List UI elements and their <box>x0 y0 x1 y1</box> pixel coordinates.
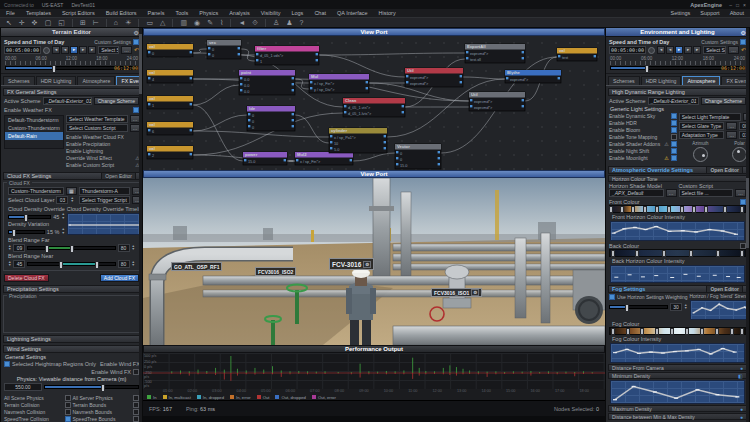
transport-button-0[interactable]: ◂ <box>657 46 665 54</box>
horizon-colour-tone-bar[interactable]: Horizon Colour Tone <box>608 175 747 182</box>
gradient-stop-handle[interactable] <box>704 206 708 213</box>
distance-from-camera-bar[interactable]: Distance From Camera● <box>608 364 747 371</box>
gradient-stop-handle[interactable] <box>626 328 630 335</box>
gradient-stop-handle[interactable] <box>730 328 734 335</box>
add-cloud-fx-button[interactable]: Add Cloud FX <box>100 274 139 282</box>
min-max-density-bar[interactable]: Distance between Min & Max Density● <box>608 413 747 420</box>
align-icon[interactable]: ⊢ <box>93 18 99 27</box>
scene-label-fcv3016-iso2[interactable]: FCV3016_ISO2 <box>255 267 296 276</box>
gradient-stop-handle[interactable] <box>740 328 744 335</box>
weather-template-dropdown[interactable]: Select Weather Template <box>66 115 128 123</box>
menu-item-panels[interactable]: Panels <box>148 10 165 16</box>
density-variation-slider[interactable] <box>8 230 45 234</box>
more-button[interactable]: … <box>121 46 132 54</box>
menu-item-history[interactable]: History <box>379 10 396 16</box>
back-intensity-graph[interactable] <box>610 265 745 283</box>
select-script-dropdown[interactable]: Select Script <box>703 46 726 54</box>
legend-item-in[interactable]: In <box>147 395 157 400</box>
legend-item-out-error[interactable]: Out, error <box>312 395 336 400</box>
blend-far-min-field[interactable]: 09 <box>13 244 25 252</box>
atmo-custom-script-field[interactable]: Select file ... <box>679 189 734 197</box>
thunderstorm-dropdown[interactable]: Thunderstorm-A <box>79 187 130 195</box>
maximum-density-bar[interactable]: Maximum Density● <box>608 405 747 412</box>
blend-far-stepper-left[interactable]: ▲▼ <box>8 245 11 252</box>
open-editor-button[interactable]: Open Editor <box>706 166 743 174</box>
trigger-script-dropdown[interactable]: Select Trigger Script <box>79 196 130 204</box>
graph-node-point[interactable]: point0.00.00.0 <box>239 70 295 95</box>
blend-near-min-field[interactable]: 45 <box>13 260 25 268</box>
graph-node-clean[interactable]: Cleand_05_1.vts*>d_05_1.lvts*> <box>343 98 405 117</box>
gradient-stop-handle[interactable] <box>655 328 659 335</box>
weather-preset-custom-thunderstorm[interactable]: Custom-Thunderstorm <box>5 124 63 132</box>
graph-node-mul[interactable]: Mulx / sp_Fin*>y / sp_Div*> <box>309 74 369 93</box>
density-override-slider[interactable] <box>8 215 51 219</box>
tab-schemes[interactable]: Schemes <box>3 76 35 85</box>
tab-atmosphere[interactable]: Atmosphere <box>682 76 720 85</box>
transport-button-0[interactable]: ◂ <box>52 46 60 54</box>
weighting-slider[interactable] <box>609 305 668 309</box>
scene-3d-canvas[interactable]: GO_ATL_OSP_RF1FCV3016_ISO2FCV-3016⚙FCV30… <box>143 178 605 345</box>
physics-distance-slider[interactable] <box>44 385 139 389</box>
shade-model-browse[interactable]: … <box>666 189 677 197</box>
active-scheme-field[interactable]: _Default-Exterior_01 <box>43 97 92 105</box>
heightmap-regions-checkbox[interactable] <box>4 361 10 367</box>
minimum-density-bar[interactable]: Minimum Density◧ <box>608 372 747 379</box>
back-colour-gradient[interactable] <box>609 249 746 257</box>
graph-node-filter[interactable]: filterd_05_1.vds*>1 <box>255 46 319 65</box>
gradient-stop-handle[interactable] <box>635 250 639 257</box>
gradient-stop-handle[interactable] <box>670 328 674 335</box>
graph-node-cylinder[interactable]: cylinderx / sp_Po1*>105.0 <box>329 128 387 153</box>
physics-distance-field[interactable]: 550.00 <box>4 383 42 391</box>
time-value-field[interactable]: 00:05:00:00 <box>609 46 646 54</box>
blend-far-max-field[interactable]: 80 <box>118 244 130 252</box>
checkbox[interactable] <box>65 402 71 408</box>
tab-schemes[interactable]: Schemes <box>608 76 640 85</box>
front-intensity-graph[interactable] <box>610 221 745 241</box>
gradient-stop-handle[interactable] <box>685 328 689 335</box>
gradient-stop-handle[interactable] <box>655 206 659 213</box>
graph-node-val[interactable]: val6 <box>147 122 193 135</box>
azimuth-dial[interactable] <box>693 147 708 162</box>
graph-node-mul2[interactable]: Mul2x / sp_Fin*> <box>295 152 353 165</box>
move-icon[interactable]: ✛ <box>19 18 25 27</box>
graph-node-util[interactable]: Utilexprcmd*>exprcmd*> <box>469 92 525 111</box>
transport-button-4[interactable]: ▸ <box>88 46 96 54</box>
transport-button-1[interactable]: ◂ <box>666 46 674 54</box>
checkbox[interactable] <box>65 409 71 415</box>
blend-far-stepper-right[interactable]: ▲▼ <box>132 245 135 252</box>
weather-preset-default-thunderstorm[interactable]: Default-Thunderstorm <box>5 116 63 124</box>
minimum-density-graph[interactable] <box>610 380 745 404</box>
sun-icon[interactable]: ☀ <box>125 18 131 27</box>
graph-node-util[interactable]: Utilexprcmd*>exprcmd*> <box>405 68 463 87</box>
legend-item-in-multicast[interactable]: In, multicast <box>163 395 191 400</box>
gradient-stop-handle[interactable] <box>723 206 727 213</box>
menu-item-about[interactable]: About <box>730 10 744 16</box>
gradient-stop-handle[interactable] <box>662 250 666 257</box>
lamp-icon[interactable]: ⌂ <box>114 18 118 27</box>
transport-button-3[interactable]: ▸ <box>684 46 692 54</box>
camera-icon[interactable]: ◉ <box>194 18 200 27</box>
fog-colour-gradient[interactable] <box>609 327 746 335</box>
gradient-stop-handle[interactable] <box>609 206 613 213</box>
scale-icon[interactable]: ◱ <box>58 18 65 27</box>
menu-item-visibility[interactable]: Visibility <box>261 10 281 16</box>
legend-item-in-dropped[interactable]: In, dropped <box>197 395 224 400</box>
checkbox[interactable] <box>671 127 677 133</box>
tab-hdr-lighting[interactable]: HDR Lighting <box>36 76 77 85</box>
density-timeline-graph[interactable] <box>67 213 143 235</box>
cloud-preset-icon[interactable]: ▦ <box>66 187 77 195</box>
gradient-stop-handle[interactable] <box>667 206 671 213</box>
scene-label-fcv-3016[interactable]: FCV-3016⚙ <box>329 258 374 270</box>
time-value-field[interactable]: 00:05:00:00 <box>4 46 41 54</box>
legend-item-out[interactable]: Out <box>257 395 270 400</box>
speaker-icon[interactable]: ◄ <box>238 18 245 27</box>
link-icon[interactable]: ⟐ <box>252 18 258 27</box>
active-scheme-field[interactable]: _Default-Exterior_01 <box>648 97 699 105</box>
menu-item-settings[interactable]: Settings <box>670 10 690 16</box>
scene-label-fcv3016-iso1[interactable]: FCV3016_ISO1⚙ <box>431 288 482 297</box>
menu-item-tools[interactable]: Tools <box>175 10 188 16</box>
cloud-layer-field[interactable]: 03 <box>56 196 68 204</box>
gradient-stop-handle[interactable] <box>740 206 744 213</box>
checkbox[interactable] <box>65 395 71 401</box>
blend-near-slider[interactable] <box>27 262 115 266</box>
